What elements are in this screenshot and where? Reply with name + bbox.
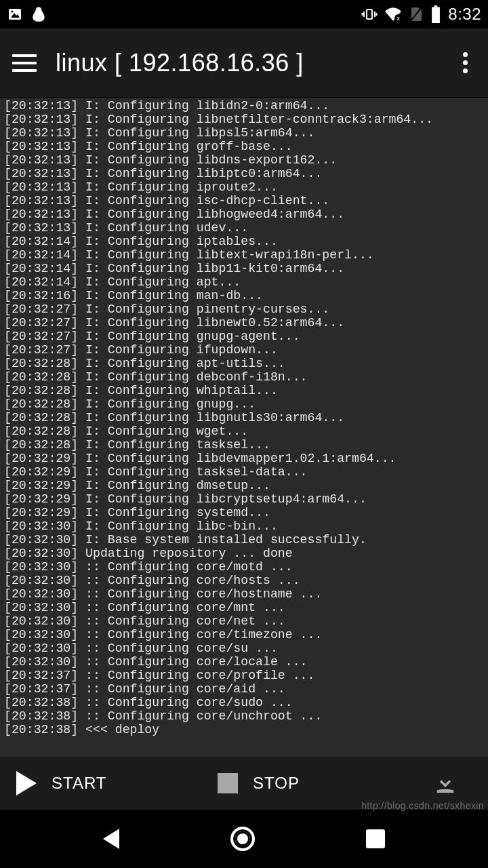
svg-text:x: x (397, 15, 401, 22)
terminal-line: [20:32:30] :: Configuring core/net ... (4, 614, 484, 628)
overflow-menu-icon[interactable] (455, 47, 476, 79)
terminal-line: [20:32:13] I: Configuring libpsl5:arm64.… (4, 126, 484, 140)
terminal-line: [20:32:28] I: Configuring apt-utils... (4, 357, 484, 370)
status-bar: x 8:32 (0, 0, 488, 28)
terminal-line: [20:32:29] I: Configuring systemd... (4, 506, 484, 519)
penguin-icon (30, 5, 47, 23)
nav-bar (0, 810, 488, 868)
app-bar: linux [ 192.168.16.36 ] (0, 28, 488, 98)
terminal-line: [20:32:27] I: Configuring libnewt0.52:ar… (4, 316, 484, 330)
app-title: linux [ 192.168.16.36 ] (56, 49, 436, 77)
terminal-line: [20:32:30] I: Base system installed succ… (4, 533, 484, 547)
terminal-line: [20:32:30] :: Configuring core/timezone … (4, 628, 484, 642)
terminal-line: [20:32:30] :: Configuring core/mnt ... (4, 601, 484, 614)
terminal-line: [20:32:13] I: Configuring libiptc0:arm64… (4, 167, 484, 180)
terminal-line: [20:32:30] Updating repository ... done (4, 547, 484, 560)
terminal-line: [20:32:13] I: Configuring iproute2... (4, 180, 484, 194)
terminal-output[interactable]: [20:32:13] I: Configuring libidn2-0:arm6… (0, 98, 488, 757)
terminal-line: [20:32:30] I: Configuring libc-bin... (4, 519, 484, 533)
nav-back-icon[interactable] (103, 829, 119, 849)
terminal-line: [20:32:38] :: Configuring core/unchroot … (4, 709, 484, 723)
svg-rect-3 (367, 9, 372, 19)
terminal-line: [20:32:13] I: Configuring libidn2-0:arm6… (4, 99, 484, 113)
terminal-line: [20:32:16] I: Configuring man-db... (4, 289, 484, 302)
terminal-line: [20:32:28] I: Configuring gnupg... (4, 397, 484, 411)
stop-icon (218, 773, 238, 793)
nav-recent-icon[interactable] (366, 829, 385, 848)
svg-point-2 (11, 10, 13, 12)
terminal-line: [20:32:29] I: Configuring libdevmapper1.… (4, 452, 484, 465)
status-left (7, 5, 47, 23)
svg-rect-11 (434, 5, 438, 7)
terminal-line: [20:32:28] I: Configuring whiptail... (4, 384, 484, 397)
status-right: x 8:32 (361, 5, 481, 24)
terminal-line: [20:32:13] I: Configuring libhogweed4:ar… (4, 208, 484, 221)
terminal-line: [20:32:27] I: Configuring ifupdown... (4, 343, 484, 357)
terminal-line: [20:32:38] :: Configuring core/sudo ... (4, 696, 484, 709)
stop-label: STOP (253, 774, 300, 793)
terminal-line: [20:32:13] I: Configuring udev... (4, 221, 484, 235)
no-sim-icon (409, 6, 424, 22)
vibrate-icon (361, 6, 378, 22)
battery-icon (430, 5, 441, 23)
terminal-line: [20:32:28] I: Configuring wget... (4, 425, 484, 438)
play-icon (16, 771, 37, 795)
terminal-line: [20:32:13] I: Configuring libnetfilter-c… (4, 113, 484, 126)
terminal-line: [20:32:27] I: Configuring gnupg-agent... (4, 330, 484, 343)
download-icon (431, 769, 460, 797)
terminal-line: [20:32:28] I: Configuring tasksel... (4, 438, 484, 452)
terminal-line: [20:32:28] I: Configuring debconf-i18n..… (4, 370, 484, 384)
terminal-line: [20:32:14] I: Configuring libtext-wrapi1… (4, 248, 484, 262)
terminal-line: [20:32:29] I: Configuring tasksel-data..… (4, 465, 484, 479)
terminal-line: [20:32:13] I: Configuring isc-dhcp-clien… (4, 194, 484, 208)
start-button[interactable]: START (5, 757, 207, 810)
terminal-line: [20:32:37] :: Configuring core/aid ... (4, 682, 484, 696)
terminal-line: [20:32:30] :: Configuring core/locale ..… (4, 655, 484, 669)
terminal-line: [20:32:27] I: Configuring pinentry-curse… (4, 302, 484, 316)
picture-icon (7, 6, 23, 22)
terminal-line: [20:32:28] I: Configuring libgnutls30:ar… (4, 411, 484, 425)
terminal-line: [20:32:29] I: Configuring libcryptsetup4… (4, 492, 484, 506)
svg-rect-12 (432, 7, 440, 23)
watermark: http://blog.csdn.net/sxhexin (361, 800, 484, 811)
terminal-line: [20:32:14] I: Configuring iptables... (4, 235, 484, 248)
wifi-icon: x (384, 6, 402, 22)
terminal-line: [20:32:37] :: Configuring core/profile .… (4, 669, 484, 682)
terminal-line: [20:32:30] :: Configuring core/hosts ... (4, 574, 484, 587)
terminal-line: [20:32:14] I: Configuring apt... (4, 275, 484, 289)
terminal-line: [20:32:30] :: Configuring core/su ... (4, 642, 484, 655)
terminal-line: [20:32:13] I: Configuring groff-base... (4, 140, 484, 153)
nav-home-icon[interactable] (230, 827, 255, 851)
menu-icon[interactable] (12, 54, 37, 72)
terminal-line: [20:32:30] :: Configuring core/hostname … (4, 587, 484, 601)
terminal-line: [20:32:29] I: Configuring dmsetup... (4, 479, 484, 492)
terminal-line: [20:32:13] I: Configuring libdns-export1… (4, 153, 484, 167)
terminal-line: [20:32:14] I: Configuring libp11-kit0:ar… (4, 262, 484, 275)
start-label: START (52, 774, 106, 793)
status-clock: 8:32 (448, 5, 481, 24)
terminal-line: [20:32:38] <<< deploy (4, 723, 484, 736)
terminal-line: [20:32:30] :: Configuring core/motd ... (4, 560, 484, 574)
